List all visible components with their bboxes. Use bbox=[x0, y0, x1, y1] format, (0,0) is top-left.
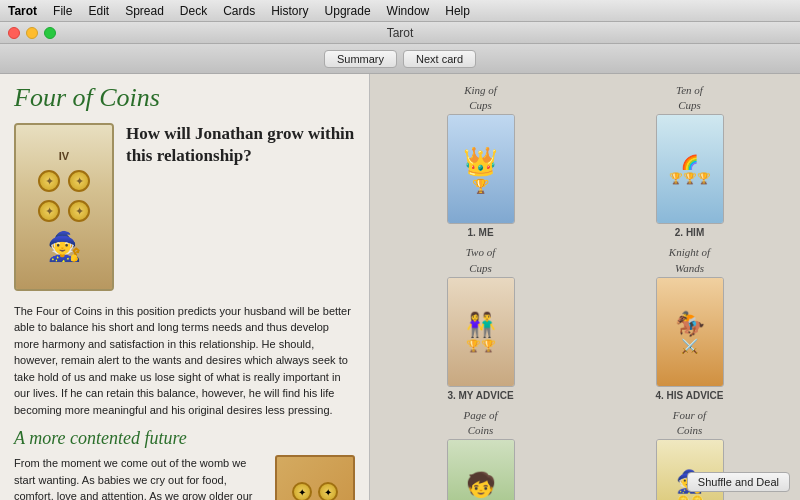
menu-bar: Tarot File Edit Spread Deck Cards Histor… bbox=[0, 0, 800, 22]
card-name-1-line2: Cups bbox=[469, 99, 492, 112]
position-label-1: 1. ME bbox=[467, 227, 493, 238]
menu-window[interactable]: Window bbox=[387, 4, 430, 18]
card-figure-1: 👑 bbox=[463, 145, 498, 178]
tarot-card-3[interactable]: 👫 🏆🏆 bbox=[447, 277, 515, 387]
card-face-3: 👫 🏆🏆 bbox=[448, 278, 514, 386]
toolbar: Summary Next card bbox=[0, 44, 800, 74]
summary-button[interactable]: Summary bbox=[324, 50, 397, 68]
next-card-button[interactable]: Next card bbox=[403, 50, 476, 68]
card-name-4-line1: Knight of bbox=[669, 246, 710, 259]
menu-spread[interactable]: Spread bbox=[125, 4, 164, 18]
bottom-section: From the moment we come out of the womb … bbox=[14, 455, 355, 500]
figure-icon: 🧙 bbox=[47, 230, 82, 263]
card-face-4: 🏇 ⚔️ bbox=[657, 278, 723, 386]
card-name-6-line2: Coins bbox=[677, 424, 703, 437]
position-label-3: 3. MY ADVICE bbox=[447, 390, 513, 401]
tarot-card-1[interactable]: 👑 🏆 bbox=[447, 114, 515, 224]
card-symbol-3: 🏆🏆 bbox=[466, 339, 496, 353]
spread-cell-5: Page of Coins 🧒 🪙 5. MY GROWTH bbox=[380, 409, 581, 500]
body-text-1: The Four of Coins in this position predi… bbox=[14, 303, 355, 419]
main-content: Four of Coins IV ✦ ✦ ✦ ✦ 🧙 How will Jona… bbox=[0, 74, 800, 500]
card-face-1: 👑 🏆 bbox=[448, 115, 514, 223]
card-face-5: 🧒 🪙 bbox=[448, 440, 514, 500]
window-title: Tarot bbox=[387, 26, 414, 40]
tarot-card-5[interactable]: 🧒 🪙 bbox=[447, 439, 515, 500]
coin-4: ✦ bbox=[68, 200, 90, 222]
card-wand-icon: ⚔️ bbox=[681, 338, 698, 354]
position-label-4: 4. HIS ADVICE bbox=[656, 390, 724, 401]
card-coins-6: 🪙🪙 🪙🪙 bbox=[677, 495, 703, 500]
top-section: IV ✦ ✦ ✦ ✦ 🧙 How will Jonathan grow with… bbox=[14, 123, 355, 291]
left-panel: Four of Coins IV ✦ ✦ ✦ ✦ 🧙 How will Jona… bbox=[0, 74, 370, 500]
card-figure-5: 🧒 bbox=[466, 471, 496, 499]
card-figure-3: 👫 bbox=[466, 311, 496, 339]
decorative-card: ✦ ✦ ✦ ✦ bbox=[275, 455, 355, 500]
card-roman-numeral: IV bbox=[59, 150, 69, 162]
menu-cards[interactable]: Cards bbox=[223, 4, 255, 18]
spread-cell-1: King of Cups 👑 🏆 1. ME bbox=[380, 84, 581, 238]
spread-cell-3: Two of Cups 👫 🏆🏆 3. MY ADVICE bbox=[380, 246, 581, 400]
question-heading: How will Jonathan grow within this relat… bbox=[126, 123, 355, 167]
card-name-2-line1: Ten of bbox=[676, 84, 703, 97]
right-panel: King of Cups 👑 🏆 1. ME Ten of Cups 🌈 🏆🏆🏆… bbox=[370, 74, 800, 500]
card-name-1-line1: King of bbox=[464, 84, 497, 97]
menu-upgrade[interactable]: Upgrade bbox=[325, 4, 371, 18]
shuffle-deal-button[interactable]: Shuffle and Deal bbox=[687, 472, 790, 492]
menu-edit[interactable]: Edit bbox=[88, 4, 109, 18]
card-suit-1: 🏆 bbox=[472, 178, 489, 194]
maximize-button[interactable] bbox=[44, 27, 56, 39]
card-name-5-line1: Page of bbox=[464, 409, 498, 422]
tarot-card-4[interactable]: 🏇 ⚔️ bbox=[656, 277, 724, 387]
coin-2: ✦ bbox=[68, 170, 90, 192]
title-bar: Tarot bbox=[0, 22, 800, 44]
card-name-2-line2: Cups bbox=[678, 99, 701, 112]
spread-cell-2: Ten of Cups 🌈 🏆🏆🏆 2. HIM bbox=[589, 84, 790, 238]
body-text-2: From the moment we come out of the womb … bbox=[14, 455, 265, 500]
tarot-card-2[interactable]: 🌈 🏆🏆🏆 bbox=[656, 114, 724, 224]
coin-symbols: ✦ ✦ ✦ ✦ bbox=[38, 170, 90, 222]
card-name-3-line2: Cups bbox=[469, 262, 492, 275]
question-section: How will Jonathan grow within this relat… bbox=[126, 123, 355, 291]
close-button[interactable] bbox=[8, 27, 20, 39]
section2-title: A more contented future bbox=[14, 428, 355, 449]
card-face-2: 🌈 🏆🏆🏆 bbox=[657, 115, 723, 223]
card-name-4-line2: Wands bbox=[675, 262, 704, 275]
menu-deck[interactable]: Deck bbox=[180, 4, 207, 18]
menu-help[interactable]: Help bbox=[445, 4, 470, 18]
menu-file[interactable]: File bbox=[53, 4, 72, 18]
position-label-2: 2. HIM bbox=[675, 227, 704, 238]
main-card-image: IV ✦ ✦ ✦ ✦ 🧙 bbox=[14, 123, 114, 291]
menu-history[interactable]: History bbox=[271, 4, 308, 18]
app-name: Tarot bbox=[8, 4, 37, 18]
card-arch-icon: 🌈 bbox=[681, 154, 698, 170]
card-figure-4: 🏇 bbox=[675, 310, 705, 338]
card-name-5-line2: Coins bbox=[468, 424, 494, 437]
window-controls[interactable] bbox=[8, 27, 56, 39]
coin-3: ✦ bbox=[38, 200, 60, 222]
coin-1: ✦ bbox=[38, 170, 60, 192]
card-name-3-line1: Two of bbox=[466, 246, 495, 259]
card-name-6-line1: Four of bbox=[673, 409, 706, 422]
minimize-button[interactable] bbox=[26, 27, 38, 39]
spread-cell-4: Knight of Wands 🏇 ⚔️ 4. HIS ADVICE bbox=[589, 246, 790, 400]
card-cups-row: 🏆🏆🏆 bbox=[669, 172, 711, 185]
card-title: Four of Coins bbox=[14, 84, 355, 113]
